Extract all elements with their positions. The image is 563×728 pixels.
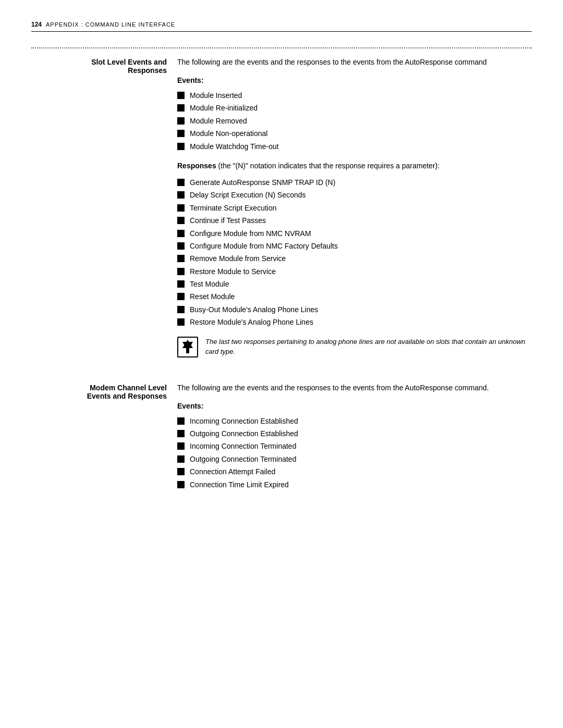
list-item: Module Non-operational <box>177 128 532 139</box>
event-text: Module Watchdog Time-out <box>190 141 279 152</box>
bullet-icon <box>177 442 185 450</box>
list-item: Restore Module to Service <box>177 266 532 277</box>
bullet-icon <box>177 217 185 224</box>
list-item: Terminate Script Execution <box>177 202 532 214</box>
modem-event-text: Incoming Connection Established <box>190 415 298 427</box>
bullet-icon <box>177 468 185 475</box>
bullet-icon <box>177 143 185 150</box>
list-item: Incoming Connection Established <box>177 415 532 427</box>
slot-events-heading: Events: <box>177 76 532 84</box>
modem-section-content: The following are the events and the res… <box>177 382 532 499</box>
response-text: Configure Module from NMC Factory Defaul… <box>190 240 338 252</box>
slot-section-label: Slot Level Events and Responses <box>31 57 177 370</box>
info-arrow-icon <box>181 339 194 355</box>
slot-label-line1: Slot Level Events and <box>31 58 167 66</box>
slot-section-content: The following are the events and the res… <box>177 57 532 370</box>
modem-event-text: Connection Time Limit Expired <box>190 479 289 490</box>
bullet-icon <box>177 293 185 300</box>
response-text: Restore Module to Service <box>190 266 276 277</box>
modem-section: Modem Channel Level Events and Responses… <box>31 382 532 499</box>
response-text: Restore Module's Analog Phone Lines <box>190 316 313 328</box>
list-item: Connection Time Limit Expired <box>177 479 532 490</box>
list-item: Module Inserted <box>177 90 532 101</box>
modem-event-text: Outgoing Connection Established <box>190 428 298 439</box>
responses-rest: (the "(N)" notation indicates that the r… <box>216 162 440 170</box>
list-item: Restore Module's Analog Phone Lines <box>177 316 532 328</box>
bullet-icon <box>177 179 185 186</box>
bullet-icon <box>177 204 185 212</box>
page-number: 124 <box>31 21 42 28</box>
page: 124 Appendix : Command Line Interface Sl… <box>0 0 563 728</box>
list-item: Connection Attempt Failed <box>177 466 532 477</box>
bullet-icon <box>177 417 185 425</box>
list-item: Outgoing Connection Established <box>177 428 532 439</box>
slot-events-list: Module Inserted Module Re-initialized Mo… <box>177 90 532 152</box>
list-item: Busy-Out Module's Analog Phone Lines <box>177 304 532 315</box>
response-text: Busy-Out Module's Analog Phone Lines <box>190 304 318 315</box>
response-text: Terminate Script Execution <box>190 202 277 214</box>
info-text: The last two responses pertaining to ana… <box>205 337 532 357</box>
modem-intro: The following are the events and the res… <box>177 382 532 393</box>
bullet-icon <box>177 130 185 137</box>
list-item: Outgoing Connection Terminated <box>177 453 532 465</box>
bullet-icon <box>177 117 185 125</box>
event-text: Module Re-initialized <box>190 102 258 114</box>
modem-event-text: Connection Attempt Failed <box>190 466 275 477</box>
bullet-icon <box>177 318 185 326</box>
response-text: Delay Script Execution (N) Seconds <box>190 189 306 201</box>
page-header: 124 Appendix : Command Line Interface <box>31 21 532 32</box>
modem-section-label: Modem Channel Level Events and Responses <box>31 382 177 499</box>
list-item: Generate AutoResponse SNMP TRAP ID (N) <box>177 177 532 188</box>
header-dotted-line <box>31 47 532 48</box>
modem-label-line1: Modem Channel Level <box>31 384 167 392</box>
bullet-icon <box>177 242 185 250</box>
list-item: Module Watchdog Time-out <box>177 141 532 152</box>
response-text: Configure Module from NMC NVRAM <box>190 228 311 239</box>
list-item: Module Re-initialized <box>177 102 532 114</box>
modem-label-line2: Events and Responses <box>31 392 167 400</box>
bullet-icon <box>177 92 185 99</box>
list-item: Module Removed <box>177 115 532 127</box>
list-item: Test Module <box>177 278 532 290</box>
slot-responses-list: Generate AutoResponse SNMP TRAP ID (N) D… <box>177 177 532 328</box>
response-text: Reset Module <box>190 291 235 302</box>
responses-bold: Responses <box>177 162 216 170</box>
slot-intro: The following are the events and the res… <box>177 57 532 68</box>
event-text: Module Removed <box>190 115 247 127</box>
response-text: Remove Module from Service <box>190 253 286 264</box>
bullet-icon <box>177 230 185 237</box>
list-item: Configure Module from NMC NVRAM <box>177 228 532 239</box>
svg-rect-1 <box>186 348 189 353</box>
event-text: Module Non-operational <box>190 128 267 139</box>
bullet-icon <box>177 268 185 275</box>
bullet-icon <box>177 255 185 262</box>
list-item: Reset Module <box>177 291 532 302</box>
bullet-icon <box>177 191 185 199</box>
info-box: The last two responses pertaining to ana… <box>177 337 532 357</box>
list-item: Incoming Connection Terminated <box>177 440 532 452</box>
svg-marker-0 <box>182 340 193 348</box>
list-item: Remove Module from Service <box>177 253 532 264</box>
list-item: Configure Module from NMC Factory Defaul… <box>177 240 532 252</box>
bullet-icon <box>177 306 185 313</box>
bullet-icon <box>177 280 185 288</box>
response-text: Test Module <box>190 278 229 290</box>
response-text: Generate AutoResponse SNMP TRAP ID (N) <box>190 177 335 188</box>
bullet-icon <box>177 104 185 112</box>
modem-event-text: Incoming Connection Terminated <box>190 440 296 452</box>
event-text: Module Inserted <box>190 90 242 101</box>
bullet-icon <box>177 430 185 437</box>
list-item: Delay Script Execution (N) Seconds <box>177 189 532 201</box>
bullet-icon <box>177 481 185 488</box>
modem-events-list: Incoming Connection Established Outgoing… <box>177 415 532 490</box>
response-text: Continue if Test Passes <box>190 215 266 226</box>
slot-label-line2: Responses <box>31 66 167 75</box>
list-item: Continue if Test Passes <box>177 215 532 226</box>
slot-responses-intro: Responses (the "(N)" notation indicates … <box>177 161 532 171</box>
bullet-icon <box>177 455 185 463</box>
header-title: Appendix : Command Line Interface <box>46 21 175 28</box>
slot-level-section: Slot Level Events and Responses The foll… <box>31 57 532 370</box>
modem-events-heading: Events: <box>177 402 532 410</box>
info-icon <box>177 337 198 357</box>
modem-event-text: Outgoing Connection Terminated <box>190 453 296 465</box>
